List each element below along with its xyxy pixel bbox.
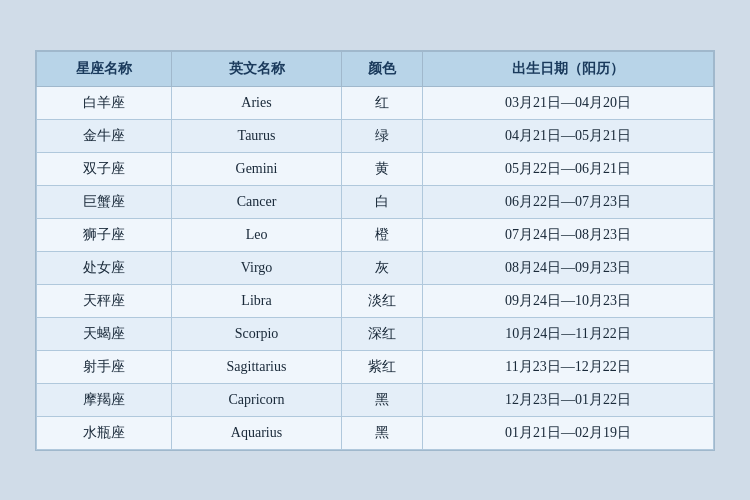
cell-color: 灰 (341, 251, 422, 284)
table-row: 射手座Sagittarius紫红11月23日—12月22日 (37, 350, 714, 383)
table-row: 摩羯座Capricorn黑12月23日—01月22日 (37, 383, 714, 416)
table-row: 巨蟹座Cancer白06月22日—07月23日 (37, 185, 714, 218)
cell-zh-name: 狮子座 (37, 218, 172, 251)
cell-color: 深红 (341, 317, 422, 350)
cell-zh-name: 双子座 (37, 152, 172, 185)
cell-en-name: Aquarius (172, 416, 341, 449)
table-row: 金牛座Taurus绿04月21日—05月21日 (37, 119, 714, 152)
cell-en-name: Taurus (172, 119, 341, 152)
table-row: 天秤座Libra淡红09月24日—10月23日 (37, 284, 714, 317)
header-date: 出生日期（阳历） (422, 51, 713, 86)
cell-zh-name: 天秤座 (37, 284, 172, 317)
cell-date: 08月24日—09月23日 (422, 251, 713, 284)
cell-color: 紫红 (341, 350, 422, 383)
cell-color: 淡红 (341, 284, 422, 317)
cell-en-name: Gemini (172, 152, 341, 185)
cell-date: 03月21日—04月20日 (422, 86, 713, 119)
header-zh-name: 星座名称 (37, 51, 172, 86)
table-row: 双子座Gemini黄05月22日—06月21日 (37, 152, 714, 185)
cell-zh-name: 水瓶座 (37, 416, 172, 449)
cell-date: 09月24日—10月23日 (422, 284, 713, 317)
cell-zh-name: 巨蟹座 (37, 185, 172, 218)
cell-zh-name: 天蝎座 (37, 317, 172, 350)
cell-date: 06月22日—07月23日 (422, 185, 713, 218)
cell-color: 黄 (341, 152, 422, 185)
cell-en-name: Aries (172, 86, 341, 119)
zodiac-table: 星座名称 英文名称 颜色 出生日期（阳历） 白羊座Aries红03月21日—04… (36, 51, 714, 450)
table-row: 天蝎座Scorpio深红10月24日—11月22日 (37, 317, 714, 350)
cell-date: 12月23日—01月22日 (422, 383, 713, 416)
cell-en-name: Leo (172, 218, 341, 251)
cell-en-name: Virgo (172, 251, 341, 284)
cell-en-name: Sagittarius (172, 350, 341, 383)
cell-en-name: Libra (172, 284, 341, 317)
cell-zh-name: 白羊座 (37, 86, 172, 119)
zodiac-table-container: 星座名称 英文名称 颜色 出生日期（阳历） 白羊座Aries红03月21日—04… (35, 50, 715, 451)
cell-date: 11月23日—12月22日 (422, 350, 713, 383)
cell-zh-name: 射手座 (37, 350, 172, 383)
cell-en-name: Cancer (172, 185, 341, 218)
cell-date: 10月24日—11月22日 (422, 317, 713, 350)
cell-color: 红 (341, 86, 422, 119)
cell-zh-name: 金牛座 (37, 119, 172, 152)
table-body: 白羊座Aries红03月21日—04月20日金牛座Taurus绿04月21日—0… (37, 86, 714, 449)
table-row: 处女座Virgo灰08月24日—09月23日 (37, 251, 714, 284)
cell-en-name: Scorpio (172, 317, 341, 350)
cell-zh-name: 摩羯座 (37, 383, 172, 416)
table-row: 白羊座Aries红03月21日—04月20日 (37, 86, 714, 119)
table-row: 水瓶座Aquarius黑01月21日—02月19日 (37, 416, 714, 449)
cell-color: 绿 (341, 119, 422, 152)
cell-color: 黑 (341, 383, 422, 416)
cell-color: 白 (341, 185, 422, 218)
cell-date: 05月22日—06月21日 (422, 152, 713, 185)
cell-zh-name: 处女座 (37, 251, 172, 284)
header-en-name: 英文名称 (172, 51, 341, 86)
cell-date: 01月21日—02月19日 (422, 416, 713, 449)
table-row: 狮子座Leo橙07月24日—08月23日 (37, 218, 714, 251)
cell-color: 橙 (341, 218, 422, 251)
cell-date: 04月21日—05月21日 (422, 119, 713, 152)
cell-color: 黑 (341, 416, 422, 449)
header-color: 颜色 (341, 51, 422, 86)
cell-date: 07月24日—08月23日 (422, 218, 713, 251)
cell-en-name: Capricorn (172, 383, 341, 416)
table-header-row: 星座名称 英文名称 颜色 出生日期（阳历） (37, 51, 714, 86)
